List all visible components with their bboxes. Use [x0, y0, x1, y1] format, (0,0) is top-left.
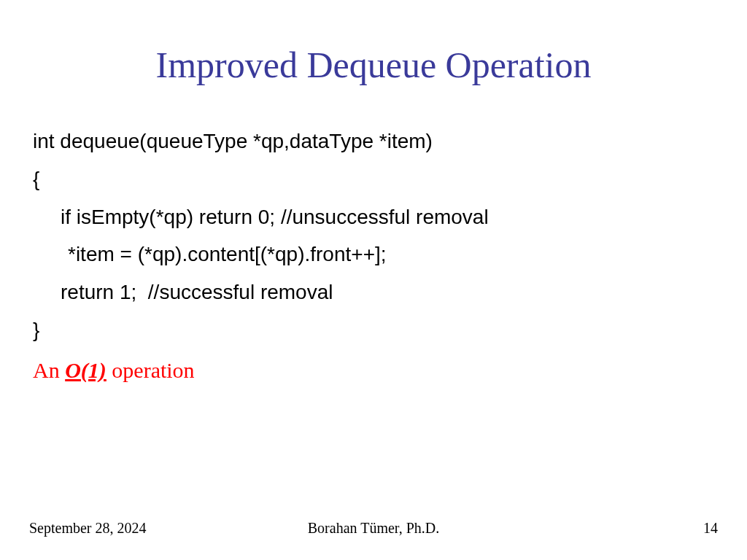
code-line-3: if isEmpty(*qp) return 0; //unsuccessful…	[33, 198, 718, 236]
code-line-6: }	[33, 311, 718, 349]
note-suffix: operation	[107, 358, 195, 382]
slide-title: Improved Dequeue Operation	[29, 44, 718, 86]
footer: September 28, 2024 Borahan Tümer, Ph.D. …	[0, 520, 747, 537]
footer-date: September 28, 2024	[29, 520, 147, 537]
slide-content: int dequeue(queueType *qp,dataType *item…	[29, 122, 718, 531]
note-prefix: An	[33, 358, 65, 382]
code-line-5: return 1; //successful removal	[33, 273, 718, 311]
complexity-note: An O(1) operation	[33, 358, 718, 383]
code-line-2: {	[33, 160, 718, 198]
code-line-4: *item = (*qp).content[(*qp).front++];	[33, 236, 718, 273]
slide: Improved Dequeue Operation int dequeue(q…	[0, 0, 747, 560]
code-line-1: int dequeue(queueType *qp,dataType *item…	[33, 122, 718, 160]
note-bigO: O(1)	[65, 358, 107, 382]
footer-author: Borahan Tümer, Ph.D.	[308, 520, 439, 537]
footer-page: 14	[703, 520, 718, 537]
